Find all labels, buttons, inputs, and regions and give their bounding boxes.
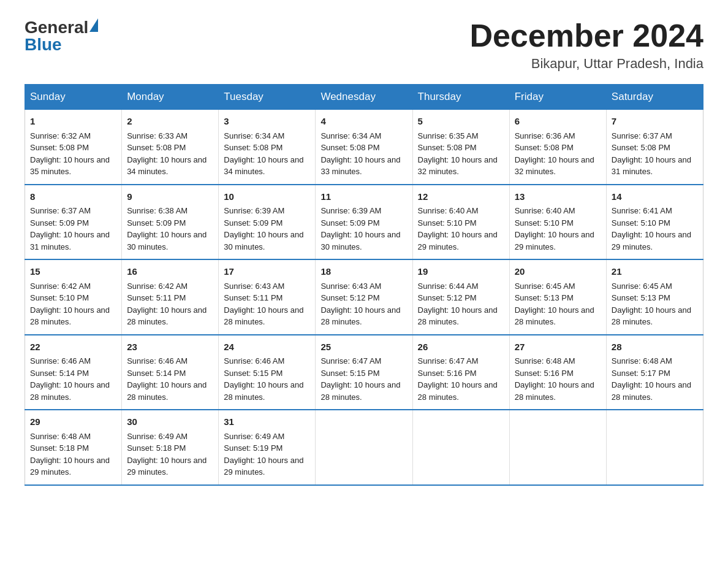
page-header: General Blue December 2024 Bikapur, Utta… bbox=[25, 18, 703, 72]
day-number: 25 bbox=[320, 340, 407, 354]
calendar-day-cell: 28Sunrise: 6:48 AMSunset: 5:17 PMDayligh… bbox=[606, 335, 703, 410]
day-info: Sunrise: 6:39 AMSunset: 5:09 PMDaylight:… bbox=[224, 205, 310, 253]
calendar-day-cell: 31Sunrise: 6:49 AMSunset: 5:19 PMDayligh… bbox=[219, 410, 316, 485]
calendar-day-cell: 19Sunrise: 6:44 AMSunset: 5:12 PMDayligh… bbox=[412, 259, 509, 335]
logo: General Blue bbox=[25, 18, 98, 53]
day-number: 4 bbox=[320, 115, 407, 129]
calendar-day-cell bbox=[412, 410, 509, 485]
day-of-week-header: Thursday bbox=[412, 85, 509, 110]
day-info: Sunrise: 6:40 AMSunset: 5:10 PMDaylight:… bbox=[515, 205, 601, 253]
calendar-week-row: 22Sunrise: 6:46 AMSunset: 5:14 PMDayligh… bbox=[25, 335, 703, 410]
day-info: Sunrise: 6:43 AMSunset: 5:12 PMDaylight:… bbox=[320, 280, 407, 328]
calendar-day-cell: 3Sunrise: 6:34 AMSunset: 5:08 PMDaylight… bbox=[219, 110, 316, 185]
day-number: 3 bbox=[224, 115, 310, 129]
calendar-day-cell: 13Sunrise: 6:40 AMSunset: 5:10 PMDayligh… bbox=[509, 185, 606, 260]
calendar-day-cell: 2Sunrise: 6:33 AMSunset: 5:08 PMDaylight… bbox=[122, 110, 219, 185]
day-number: 9 bbox=[127, 190, 213, 204]
day-of-week-header: Wednesday bbox=[316, 85, 412, 110]
day-info: Sunrise: 6:46 AMSunset: 5:15 PMDaylight:… bbox=[224, 355, 310, 403]
calendar-day-cell: 29Sunrise: 6:48 AMSunset: 5:18 PMDayligh… bbox=[25, 410, 122, 485]
day-number: 15 bbox=[30, 265, 116, 279]
calendar-day-cell: 27Sunrise: 6:48 AMSunset: 5:16 PMDayligh… bbox=[509, 335, 606, 410]
calendar-day-cell bbox=[509, 410, 606, 485]
day-info: Sunrise: 6:37 AMSunset: 5:08 PMDaylight:… bbox=[612, 130, 698, 178]
calendar-day-cell bbox=[316, 410, 412, 485]
calendar-day-cell: 14Sunrise: 6:41 AMSunset: 5:10 PMDayligh… bbox=[606, 185, 703, 260]
day-info: Sunrise: 6:48 AMSunset: 5:17 PMDaylight:… bbox=[612, 355, 698, 403]
calendar-day-cell: 6Sunrise: 6:36 AMSunset: 5:08 PMDaylight… bbox=[509, 110, 606, 185]
calendar-week-row: 15Sunrise: 6:42 AMSunset: 5:10 PMDayligh… bbox=[25, 259, 703, 335]
day-info: Sunrise: 6:38 AMSunset: 5:09 PMDaylight:… bbox=[127, 205, 213, 253]
day-number: 10 bbox=[224, 190, 310, 204]
day-info: Sunrise: 6:36 AMSunset: 5:08 PMDaylight:… bbox=[515, 130, 601, 178]
day-of-week-header: Tuesday bbox=[219, 85, 316, 110]
day-of-week-header: Friday bbox=[509, 85, 606, 110]
calendar-day-cell: 17Sunrise: 6:43 AMSunset: 5:11 PMDayligh… bbox=[219, 259, 316, 335]
day-number: 20 bbox=[515, 265, 601, 279]
calendar-week-row: 29Sunrise: 6:48 AMSunset: 5:18 PMDayligh… bbox=[25, 410, 703, 485]
day-info: Sunrise: 6:47 AMSunset: 5:16 PMDaylight:… bbox=[418, 355, 504, 403]
day-info: Sunrise: 6:48 AMSunset: 5:16 PMDaylight:… bbox=[515, 355, 601, 403]
day-number: 22 bbox=[30, 340, 116, 354]
day-number: 24 bbox=[224, 340, 310, 354]
location-title: Bikapur, Uttar Pradesh, India bbox=[469, 56, 703, 72]
day-number: 16 bbox=[127, 265, 213, 279]
day-info: Sunrise: 6:41 AMSunset: 5:10 PMDaylight:… bbox=[612, 205, 698, 253]
day-number: 17 bbox=[224, 265, 310, 279]
logo-general-text: General bbox=[25, 18, 88, 37]
month-title: December 2024 bbox=[469, 18, 703, 53]
day-info: Sunrise: 6:40 AMSunset: 5:10 PMDaylight:… bbox=[418, 205, 504, 253]
day-info: Sunrise: 6:44 AMSunset: 5:12 PMDaylight:… bbox=[418, 280, 504, 328]
day-info: Sunrise: 6:39 AMSunset: 5:09 PMDaylight:… bbox=[320, 205, 407, 253]
calendar-day-cell: 18Sunrise: 6:43 AMSunset: 5:12 PMDayligh… bbox=[316, 259, 412, 335]
day-number: 11 bbox=[320, 190, 407, 204]
day-info: Sunrise: 6:34 AMSunset: 5:08 PMDaylight:… bbox=[320, 130, 407, 178]
day-number: 18 bbox=[320, 265, 407, 279]
calendar-day-cell: 16Sunrise: 6:42 AMSunset: 5:11 PMDayligh… bbox=[122, 259, 219, 335]
calendar-week-row: 1Sunrise: 6:32 AMSunset: 5:08 PMDaylight… bbox=[25, 110, 703, 185]
day-number: 28 bbox=[612, 340, 698, 354]
day-number: 12 bbox=[418, 190, 504, 204]
day-number: 31 bbox=[224, 415, 310, 429]
day-number: 2 bbox=[127, 115, 213, 129]
day-number: 23 bbox=[127, 340, 213, 354]
day-number: 26 bbox=[418, 340, 504, 354]
calendar-day-cell: 12Sunrise: 6:40 AMSunset: 5:10 PMDayligh… bbox=[412, 185, 509, 260]
day-of-week-header: Sunday bbox=[25, 85, 122, 110]
day-number: 8 bbox=[30, 190, 116, 204]
day-number: 29 bbox=[30, 415, 116, 429]
day-info: Sunrise: 6:47 AMSunset: 5:15 PMDaylight:… bbox=[320, 355, 407, 403]
day-number: 13 bbox=[515, 190, 601, 204]
day-info: Sunrise: 6:45 AMSunset: 5:13 PMDaylight:… bbox=[515, 280, 601, 328]
day-info: Sunrise: 6:34 AMSunset: 5:08 PMDaylight:… bbox=[224, 130, 310, 178]
calendar-day-cell: 5Sunrise: 6:35 AMSunset: 5:08 PMDaylight… bbox=[412, 110, 509, 185]
day-number: 1 bbox=[30, 115, 116, 129]
calendar-day-cell: 7Sunrise: 6:37 AMSunset: 5:08 PMDaylight… bbox=[606, 110, 703, 185]
calendar-day-cell: 21Sunrise: 6:45 AMSunset: 5:13 PMDayligh… bbox=[606, 259, 703, 335]
day-info: Sunrise: 6:42 AMSunset: 5:11 PMDaylight:… bbox=[127, 280, 213, 328]
day-number: 30 bbox=[127, 415, 213, 429]
day-of-week-header: Monday bbox=[122, 85, 219, 110]
calendar-day-cell: 20Sunrise: 6:45 AMSunset: 5:13 PMDayligh… bbox=[509, 259, 606, 335]
day-number: 5 bbox=[418, 115, 504, 129]
calendar-day-cell: 4Sunrise: 6:34 AMSunset: 5:08 PMDaylight… bbox=[316, 110, 412, 185]
calendar-day-cell: 11Sunrise: 6:39 AMSunset: 5:09 PMDayligh… bbox=[316, 185, 412, 260]
day-of-week-header: Saturday bbox=[606, 85, 703, 110]
logo-triangle-icon bbox=[89, 18, 98, 32]
day-info: Sunrise: 6:48 AMSunset: 5:18 PMDaylight:… bbox=[30, 431, 116, 478]
title-block: December 2024 Bikapur, Uttar Pradesh, In… bbox=[469, 18, 703, 72]
day-info: Sunrise: 6:33 AMSunset: 5:08 PMDaylight:… bbox=[127, 130, 213, 178]
day-info: Sunrise: 6:45 AMSunset: 5:13 PMDaylight:… bbox=[612, 280, 698, 328]
calendar-day-cell: 23Sunrise: 6:46 AMSunset: 5:14 PMDayligh… bbox=[122, 335, 219, 410]
calendar-header-row: SundayMondayTuesdayWednesdayThursdayFrid… bbox=[25, 85, 703, 110]
logo-blue-text: Blue bbox=[25, 35, 62, 54]
day-info: Sunrise: 6:37 AMSunset: 5:09 PMDaylight:… bbox=[30, 205, 116, 253]
calendar-day-cell: 30Sunrise: 6:49 AMSunset: 5:18 PMDayligh… bbox=[122, 410, 219, 485]
calendar-day-cell: 24Sunrise: 6:46 AMSunset: 5:15 PMDayligh… bbox=[219, 335, 316, 410]
calendar-day-cell bbox=[606, 410, 703, 485]
calendar-day-cell: 25Sunrise: 6:47 AMSunset: 5:15 PMDayligh… bbox=[316, 335, 412, 410]
day-number: 21 bbox=[612, 265, 698, 279]
day-info: Sunrise: 6:35 AMSunset: 5:08 PMDaylight:… bbox=[418, 130, 504, 178]
calendar-week-row: 8Sunrise: 6:37 AMSunset: 5:09 PMDaylight… bbox=[25, 185, 703, 260]
day-number: 27 bbox=[515, 340, 601, 354]
